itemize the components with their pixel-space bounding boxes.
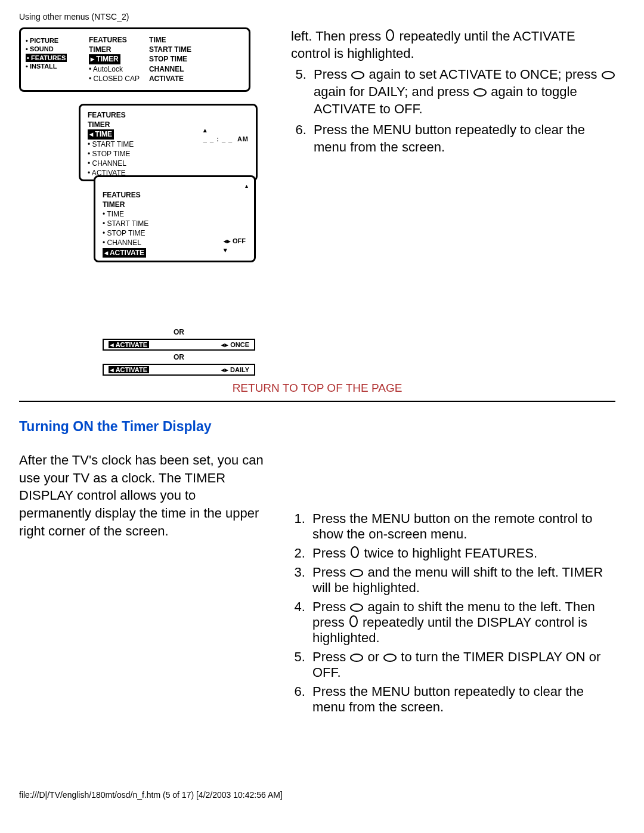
cursor-down-icon xyxy=(349,546,360,559)
divider xyxy=(19,401,615,402)
cursor-down-icon xyxy=(385,29,395,42)
return-to-top-link[interactable]: RETURN TO TOP OF THE PAGE xyxy=(19,382,615,395)
step-6: Press the MENU button repeatedly to clea… xyxy=(310,121,615,156)
cursor-right-icon xyxy=(349,603,364,612)
osd-screen-2: FEATURES TIMER ◂ TIME • START TIME • STO… xyxy=(79,104,258,181)
step-list: Press the MENU button on the remote cont… xyxy=(290,451,615,719)
cursor-right-icon xyxy=(351,70,365,80)
or-label-1: OR xyxy=(103,328,255,336)
page-header: Using other menus (NTSC_2) xyxy=(19,12,615,21)
svg-point-8 xyxy=(351,654,363,661)
cursor-down-icon xyxy=(348,615,359,628)
cursor-right-icon xyxy=(349,653,364,662)
step-3: Press and the menu will shift to the lef… xyxy=(309,565,615,596)
svg-point-1 xyxy=(352,72,364,79)
step-2: Press twice to highlight FEATURES. xyxy=(309,546,615,561)
page-footer: file:///D|/TV/english/180mt/osd/n_f.htm … xyxy=(19,790,615,800)
svg-point-6 xyxy=(351,604,363,611)
cursor-left-icon xyxy=(383,653,397,662)
top-instructions: left. Then press repeatedly until the AC… xyxy=(291,27,615,159)
step-1: Press the MENU button on the remote cont… xyxy=(309,511,615,542)
osd-screen-3: ▴ FEATURES TIMER • TIME • START TIME • S… xyxy=(94,175,256,262)
osd1-timer-submenu: TIME START TIME STOP TIME CHANNEL ACTIVA… xyxy=(143,29,195,90)
osd-screen-1: • PICTURE • SOUND • FEATURES • INSTALL F… xyxy=(19,27,250,92)
step-6b: Press the MENU button repeatedly to clea… xyxy=(309,684,615,715)
svg-point-7 xyxy=(350,616,357,627)
or-label-2: OR xyxy=(103,353,255,361)
activate-bar-daily: ◂ ACTIVATE ◂▸ DAILY xyxy=(103,364,255,376)
section-title: Turning ON the Timer Display xyxy=(19,419,615,435)
step-4: Press again to shift the menu to the lef… xyxy=(309,599,615,646)
menu-diagram: • PICTURE • SOUND • FEATURES • INSTALL F… xyxy=(19,27,270,376)
time-blank-display: ▴_ _ : _ _ AM xyxy=(203,126,249,144)
svg-point-2 xyxy=(602,72,614,79)
svg-point-3 xyxy=(474,89,486,96)
step-5b: Press or to turn the TIMER DISPLAY ON or… xyxy=(309,649,615,680)
svg-point-5 xyxy=(351,569,363,577)
osd1-main-menu: • PICTURE • SOUND • FEATURES • INSTALL xyxy=(21,29,85,90)
activate-bar-once: ◂ ACTIVATE ◂▸ ONCE xyxy=(103,339,255,351)
cursor-right-icon xyxy=(601,70,615,80)
step-5: Press again to set ACTIVATE to ONCE; pre… xyxy=(310,66,615,117)
svg-point-4 xyxy=(351,547,358,558)
osd1-features-menu: FEATURES TIMER ▸ TIMER • AutoLock • CLOS… xyxy=(85,29,143,90)
cursor-right-icon xyxy=(349,568,364,578)
svg-point-0 xyxy=(386,30,394,41)
intro-paragraph: After the TV's clock has been set, you c… xyxy=(19,451,266,540)
svg-point-9 xyxy=(384,654,396,661)
cursor-right-icon xyxy=(473,88,487,97)
